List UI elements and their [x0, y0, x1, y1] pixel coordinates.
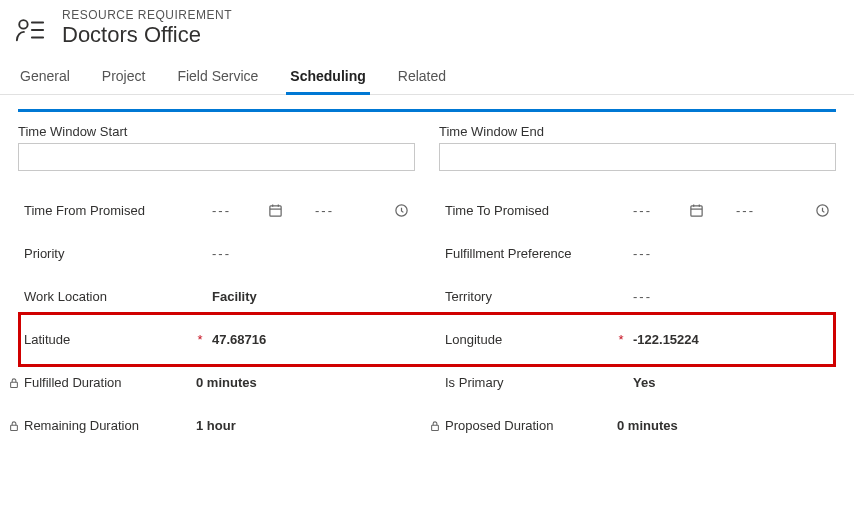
field-is-primary[interactable]: Is Primary Yes — [439, 361, 836, 404]
label-is-primary: Is Primary — [445, 375, 615, 390]
field-fulfillment-preference[interactable]: Fulfillment Preference --- — [439, 232, 836, 275]
svg-rect-11 — [691, 206, 702, 216]
value-fulfilled-duration: 0 minutes — [196, 375, 409, 390]
right-column: Time Window End Time To Promised --- --- — [439, 124, 836, 447]
value-time-to: --- — [736, 203, 760, 218]
value-fulfillment-preference: --- — [633, 246, 830, 261]
svg-point-0 — [19, 20, 27, 28]
tab-bar: General Project Field Service Scheduling… — [0, 54, 854, 95]
label-work-location: Work Location — [24, 289, 194, 304]
lock-icon — [6, 377, 22, 389]
form-area: Time Window Start Time From Promised ---… — [18, 109, 836, 447]
field-priority[interactable]: Priority --- — [18, 232, 415, 275]
label-fulfilled-duration: Fulfilled Duration — [24, 375, 178, 390]
field-fulfilled-duration: Fulfilled Duration 0 minutes — [18, 361, 415, 404]
section-label-twe: Time Window End — [439, 124, 836, 139]
field-latitude[interactable]: Latitude * 47.68716 — [18, 318, 415, 361]
calendar-icon[interactable] — [689, 203, 704, 218]
required-marker: * — [194, 332, 206, 347]
svg-rect-10 — [11, 425, 18, 430]
time-window-start-input[interactable] — [18, 143, 415, 171]
lock-icon — [6, 420, 22, 432]
person-list-icon — [14, 14, 46, 46]
lock-icon — [427, 420, 443, 432]
field-time-from-promised[interactable]: Time From Promised --- --- — [18, 189, 415, 232]
calendar-icon[interactable] — [268, 203, 283, 218]
clock-icon[interactable] — [394, 203, 409, 218]
svg-rect-9 — [11, 382, 18, 387]
required-marker: * — [615, 332, 627, 347]
label-latitude: Latitude — [24, 332, 194, 347]
field-remaining-duration: Remaining Duration 1 hour — [18, 404, 415, 447]
field-time-to-promised[interactable]: Time To Promised --- --- — [439, 189, 836, 232]
label-proposed-duration: Proposed Duration — [445, 418, 599, 433]
tab-field-service[interactable]: Field Service — [175, 58, 260, 94]
label-time-from-promised: Time From Promised — [24, 203, 194, 218]
time-window-end-input[interactable] — [439, 143, 836, 171]
label-time-to-promised: Time To Promised — [445, 203, 615, 218]
label-remaining-duration: Remaining Duration — [24, 418, 178, 433]
value-longitude: -122.15224 — [633, 332, 830, 347]
svg-rect-16 — [432, 425, 439, 430]
label-priority: Priority — [24, 246, 194, 261]
left-column: Time Window Start Time From Promised ---… — [18, 124, 415, 447]
field-territory[interactable]: Territory --- — [439, 275, 836, 318]
field-work-location[interactable]: Work Location Facility — [18, 275, 415, 318]
tab-related[interactable]: Related — [396, 58, 448, 94]
clock-icon[interactable] — [815, 203, 830, 218]
value-date-from: --- — [212, 203, 236, 218]
value-date-to: --- — [633, 203, 657, 218]
section-label-tws: Time Window Start — [18, 124, 415, 139]
tab-project[interactable]: Project — [100, 58, 148, 94]
value-time-from: --- — [315, 203, 339, 218]
label-fulfillment-preference: Fulfillment Preference — [445, 246, 615, 261]
entity-type-label: RESOURCE REQUIREMENT — [62, 8, 232, 22]
page-title: Doctors Office — [62, 22, 232, 48]
page-header: RESOURCE REQUIREMENT Doctors Office — [0, 0, 854, 54]
field-longitude[interactable]: Longitude * -122.15224 — [439, 318, 836, 361]
value-work-location: Facility — [212, 289, 409, 304]
value-territory: --- — [633, 289, 830, 304]
svg-rect-4 — [270, 206, 281, 216]
value-priority: --- — [212, 246, 409, 261]
field-proposed-duration: Proposed Duration 0 minutes — [439, 404, 836, 447]
label-longitude: Longitude — [445, 332, 615, 347]
value-is-primary: Yes — [633, 375, 830, 390]
value-proposed-duration: 0 minutes — [617, 418, 830, 433]
label-territory: Territory — [445, 289, 615, 304]
tab-scheduling[interactable]: Scheduling — [288, 58, 367, 94]
value-latitude: 47.68716 — [212, 332, 409, 347]
value-remaining-duration: 1 hour — [196, 418, 409, 433]
tab-general[interactable]: General — [18, 58, 72, 94]
